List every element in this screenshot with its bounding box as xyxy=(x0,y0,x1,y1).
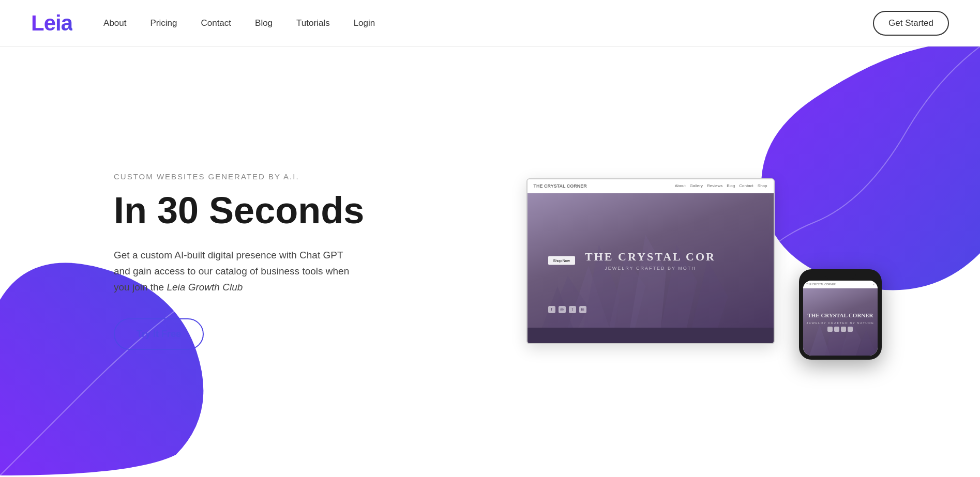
nav-link-contact[interactable]: Contact xyxy=(201,18,231,28)
mobile-social-2 xyxy=(834,327,839,332)
mobile-social-4 xyxy=(848,327,853,332)
mobile-topbar: THE CRYSTAL CORNER ≡ xyxy=(803,281,878,288)
brand-logo[interactable]: Leia xyxy=(31,11,72,36)
try-it-free-button[interactable]: Try It Free xyxy=(114,318,204,350)
hero-headline: In 30 Seconds xyxy=(114,191,383,230)
desktop-nav-blog: Blog xyxy=(727,183,735,188)
social-icon-tw: t xyxy=(569,306,576,313)
nav-link-pricing[interactable]: Pricing xyxy=(150,18,177,28)
desktop-nav-about: About xyxy=(675,183,686,188)
mobile-screen: THE CRYSTAL CORNER ≡ THE CRYSTAL CORNER … xyxy=(803,281,878,356)
mobile-crystal-subtitle: JEWELRY CRAFTED BY NATURE xyxy=(806,321,874,325)
mobile-crystal-title: THE CRYSTAL CORNER xyxy=(806,312,874,319)
nav-link-tutorials[interactable]: Tutorials xyxy=(296,18,330,28)
get-started-button[interactable]: Get Started xyxy=(873,11,949,36)
desktop-hero-image: Shop Now THE CRYSTAL COR JEWELRY CRAFTED… xyxy=(527,193,774,328)
desktop-brand: THE CRYSTAL CORNER xyxy=(534,183,587,189)
hero-body: Get a custom AI-built digital presence w… xyxy=(114,247,357,296)
mobile-social-icons xyxy=(806,327,874,332)
mobile-hero-image: THE CRYSTAL CORNER JEWELRY CRAFTED BY NA… xyxy=(803,288,878,356)
mobile-social-1 xyxy=(827,327,833,332)
desktop-crystal-title: THE CRYSTAL COR xyxy=(585,250,716,264)
nav-link-login[interactable]: Login xyxy=(354,18,375,28)
desktop-crystal-subtitle: JEWELRY CRAFTED BY MOTH xyxy=(585,266,716,271)
nav-link-blog[interactable]: Blog xyxy=(255,18,273,28)
mobile-social-3 xyxy=(841,327,846,332)
navbar: Leia About Pricing Contact Blog Tutorial… xyxy=(0,0,980,47)
hero-section: CUSTOM WEBSITES GENERATED BY A.I. In 30 … xyxy=(0,47,980,475)
desktop-nav-contact: Contact xyxy=(739,183,753,188)
desktop-shop-button: Shop Now xyxy=(548,256,575,265)
hero-mockup: THE CRYSTAL CORNER About Gallery Reviews… xyxy=(424,178,877,344)
mobile-nav-menu: ≡ xyxy=(873,283,875,286)
mobile-mockup: THE CRYSTAL CORNER ≡ THE CRYSTAL CORNER … xyxy=(799,269,882,360)
desktop-mockup: THE CRYSTAL CORNER About Gallery Reviews… xyxy=(526,178,775,344)
social-icon-fb: f xyxy=(548,306,555,313)
nav-links: About Pricing Contact Blog Tutorials Log… xyxy=(103,18,873,28)
mobile-notch xyxy=(825,273,856,279)
hero-eyebrow: CUSTOM WEBSITES GENERATED BY A.I. xyxy=(114,172,383,181)
mobile-brand: THE CRYSTAL CORNER xyxy=(806,283,836,286)
desktop-topbar: THE CRYSTAL CORNER About Gallery Reviews… xyxy=(527,179,774,193)
hero-body-italic: Leia Growth Club xyxy=(167,282,243,293)
desktop-nav-shop: Shop xyxy=(758,183,767,188)
social-icon-ig: ◎ xyxy=(559,306,566,313)
desktop-social-icons: f ◎ t in xyxy=(548,306,586,313)
mobile-crystal-overlay: THE CRYSTAL CORNER JEWELRY CRAFTED BY NA… xyxy=(806,312,874,331)
social-icon-li: in xyxy=(579,306,586,313)
desktop-nav-gallery: Gallery xyxy=(690,183,703,188)
hero-text-block: CUSTOM WEBSITES GENERATED BY A.I. In 30 … xyxy=(114,172,383,350)
desktop-crystal-overlay: THE CRYSTAL COR JEWELRY CRAFTED BY MOTH xyxy=(585,250,716,271)
nav-link-about[interactable]: About xyxy=(103,18,126,28)
desktop-nav-reviews: Reviews xyxy=(707,183,722,188)
desktop-footer xyxy=(527,328,774,343)
desktop-nav-links: About Gallery Reviews Blog Contact Shop xyxy=(675,183,767,188)
